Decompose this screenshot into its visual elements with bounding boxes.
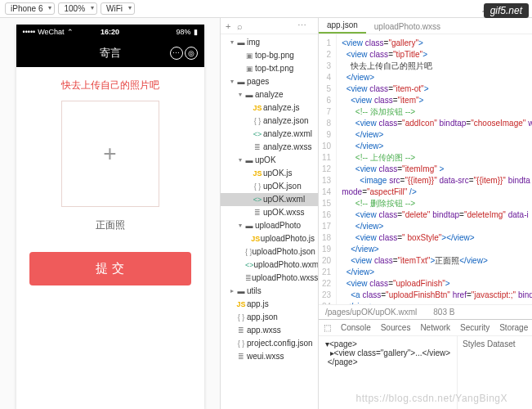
tree-node-label: upOK.wxml — [263, 193, 305, 206]
tree-node-label: uploadPhoto.js — [261, 232, 315, 245]
dom-preview: ▾<page> ▸<view class="gallery">...</view… — [325, 339, 450, 366]
phone-frame: •••••WeChat⌃ 16:20 98%▮ 寄言 ⋯ ◎ 快去上传自己的照片… — [16, 25, 204, 409]
network-select[interactable]: WiFi — [101, 2, 135, 15]
tree-node-label: analyze.json — [263, 115, 309, 128]
time-label: 16:20 — [101, 28, 119, 36]
tree-node-label: upOK.wxss — [263, 206, 305, 219]
phone-navbar: 寄言 ⋯ ◎ — [16, 39, 204, 67]
tree-node[interactable]: <> upOK.wxml — [221, 193, 318, 206]
tree-more-icon[interactable]: ⋯ — [297, 20, 306, 31]
file-path: /pages/upOK/upOK.wxml — [325, 308, 417, 317]
devtools-tab[interactable]: Sources — [381, 323, 411, 332]
devtools-tab[interactable]: Security — [460, 323, 490, 332]
watermark-footer: https://blog.csdn.net/YangBingX — [356, 393, 507, 404]
tree-node-label: project.config.json — [247, 337, 313, 350]
tree-node[interactable]: JS upOK.js — [221, 167, 318, 180]
devtools-tab[interactable]: Console — [341, 323, 371, 332]
tree-node-label: weui.wxss — [247, 350, 284, 363]
tree-node-label: app.wxss — [247, 324, 281, 337]
upload-caption: 正面照 — [29, 218, 191, 232]
tree-node[interactable]: ≣ analyze.wxss — [221, 141, 318, 154]
tree-node[interactable]: ▾▬ uploadPhoto — [221, 219, 318, 232]
tree-node-label: utils — [247, 285, 262, 298]
devtools-tab[interactable]: Storage — [499, 323, 528, 332]
tree-node[interactable]: top-bg.png — [221, 49, 318, 62]
tree-node[interactable]: { } app.json — [221, 311, 318, 324]
tree-node[interactable]: ▾▬ analyze — [221, 88, 318, 101]
wifi-icon: ⌃ — [67, 28, 74, 36]
inspect-icon[interactable]: ⬚ — [324, 323, 331, 332]
tree-node[interactable]: JS analyze.js — [221, 101, 318, 115]
tree-node[interactable]: <> analyze.wxml — [221, 128, 318, 141]
battery-icon: ▮ — [194, 28, 198, 36]
tree-toolbar: + ⌕ ⋯ — [221, 18, 318, 34]
tree-node-label: uploadPhoto.wxml — [254, 258, 318, 272]
file-size: 803 B — [433, 308, 454, 317]
tree-node-label: app.js — [247, 298, 269, 311]
editor-statusbar: /pages/upOK/upOK.wxml 803 B — [319, 304, 532, 319]
tree-node-label: analyze.js — [263, 101, 299, 115]
devtools-tabs: ⬚ ConsoleSourcesNetworkSecurityStorageWx… — [319, 320, 532, 336]
top-toolbar: iPhone 6 100% WiFi ♪ ⟳ ✂ — [0, 0, 532, 18]
tree-node-label: analyze.wxss — [263, 141, 311, 154]
tree-node-label: analyze — [255, 88, 283, 101]
add-file-icon[interactable]: + — [226, 21, 230, 31]
tree-node-label: upOK.json — [263, 180, 302, 193]
zoom-select[interactable]: 100% — [58, 2, 97, 15]
tree-node-label: upOK — [255, 154, 276, 167]
plus-icon: + — [103, 141, 116, 167]
tree-node[interactable]: ▾▬ img — [221, 36, 318, 49]
code-area[interactable]: <view class="gallery"> <view class="tipT… — [337, 34, 532, 304]
tree-node[interactable]: top-txt.png — [221, 62, 318, 75]
device-select[interactable]: iPhone 6 — [5, 2, 55, 15]
tree-node[interactable]: JS uploadPhoto.js — [221, 232, 318, 245]
tree-node-label: pages — [247, 75, 269, 88]
tree-node[interactable]: JS app.js — [221, 298, 318, 311]
tree-node-label: uploadPhoto — [255, 219, 301, 232]
tree-node-label: upOK.js — [263, 167, 293, 180]
file-tree[interactable]: ▾▬ img top-bg.png top-txt.png▾▬ pages▾▬ … — [221, 34, 318, 409]
submit-button[interactable]: 提 交 — [29, 252, 191, 285]
page-title: 寄言 — [100, 46, 121, 61]
tree-node-label: uploadPhoto.json — [253, 245, 315, 258]
simulator-panel: •••••WeChat⌃ 16:20 98%▮ 寄言 ⋯ ◎ 快去上传自己的照片… — [0, 18, 221, 409]
tree-node-label: top-bg.png — [255, 49, 294, 62]
tree-node[interactable]: ▸▬ utils — [221, 285, 318, 298]
code-editor[interactable]: 123456789101112131415161718192021222324 … — [319, 34, 532, 304]
tree-node[interactable]: ≣ upOK.wxss — [221, 206, 318, 219]
tree-node[interactable]: <> uploadPhoto.wxml — [221, 258, 318, 272]
tree-node-label: analyze.wxml — [263, 128, 312, 141]
tree-node[interactable]: { } uploadPhoto.json — [221, 245, 318, 258]
menu-capsule-more-icon[interactable]: ⋯ — [170, 47, 183, 60]
search-file-icon[interactable]: ⌕ — [237, 21, 243, 31]
upload-add-box[interactable]: + — [61, 101, 159, 207]
tree-node[interactable]: ≣ app.wxss — [221, 324, 318, 337]
tree-node[interactable]: { } project.config.json — [221, 337, 318, 350]
tip-title: 快去上传自己的照片吧 — [29, 79, 191, 92]
tree-node[interactable]: ▾▬ pages — [221, 75, 318, 88]
tree-node[interactable]: ▾▬ upOK — [221, 154, 318, 167]
tree-node-label: app.json — [247, 311, 278, 324]
carrier-label: WeChat — [38, 28, 64, 36]
editor-tab[interactable]: app.json — [319, 18, 366, 34]
page-body: 快去上传自己的照片吧 + 正面照 提 交 — [16, 67, 204, 297]
editor-panel: app.jsonuploadPhoto.wxss 123456789101112… — [319, 18, 532, 409]
signal-icon: ••••• — [23, 28, 36, 36]
tree-node[interactable]: { } upOK.json — [221, 180, 318, 193]
tree-node[interactable]: ≣ weui.wxss — [221, 350, 318, 363]
menu-capsule-close-icon[interactable]: ◎ — [185, 47, 198, 60]
tree-node-label: top-txt.png — [255, 62, 293, 75]
file-tree-panel: + ⌕ ⋯ ▾▬ img top-bg.png top-txt.png▾▬ pa… — [221, 18, 319, 409]
watermark-corner: gif5.net — [484, 3, 529, 18]
line-gutter: 123456789101112131415161718192021222324 — [319, 34, 337, 304]
tree-node[interactable]: { } analyze.json — [221, 115, 318, 128]
editor-tab[interactable]: uploadPhoto.wxss — [366, 20, 449, 34]
tree-node-label: img — [247, 36, 260, 49]
tree-node-label: uploadPhoto.wxss — [252, 272, 318, 285]
phone-statusbar: •••••WeChat⌃ 16:20 98%▮ — [16, 25, 204, 39]
devtools-tab[interactable]: Network — [420, 323, 450, 332]
editor-tabs: app.jsonuploadPhoto.wxss — [319, 18, 532, 34]
tree-node[interactable]: ≣ uploadPhoto.wxss — [221, 272, 318, 285]
battery-pct: 98% — [176, 28, 190, 36]
